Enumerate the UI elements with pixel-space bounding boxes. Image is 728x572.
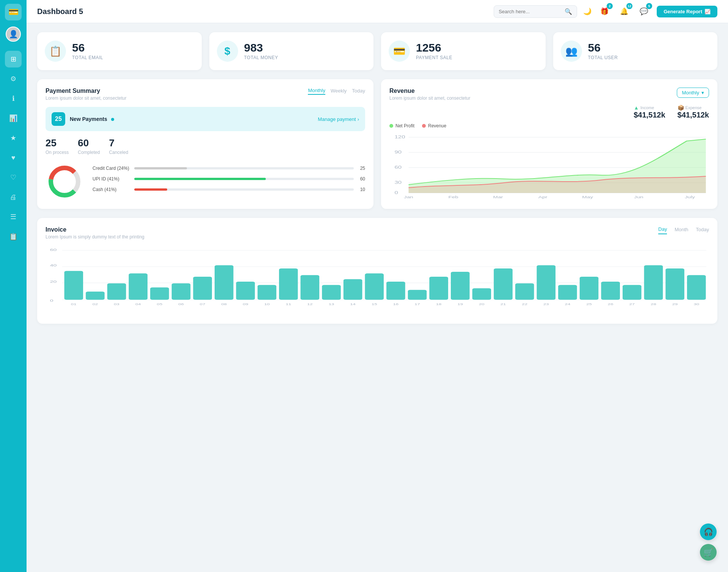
svg-rect-62 [429, 277, 448, 300]
invoice-subtitle: Lorem Ipsum is simply dummy text of the … [46, 234, 144, 240]
revenue-header: Revenue Lorem ipsum dolor sit amet, cons… [389, 88, 709, 101]
svg-text:120: 120 [394, 135, 405, 139]
income-expense-row: ▲Income $41,512k 📦Expense $41,512k [389, 105, 709, 119]
invoice-tabs: Day Month Today [658, 226, 709, 234]
bar-chart-icon: 📈 [704, 9, 711, 14]
search-bar[interactable]: 🔍 [494, 5, 577, 18]
payment-summary-panel: Payment Summary Lorem ipsum dolor sit am… [37, 79, 373, 209]
progress-item-cash: Cash (41%) 10 [93, 187, 365, 192]
generate-report-button[interactable]: Generate Report 📈 [657, 6, 717, 17]
search-icon: 🔍 [565, 8, 572, 15]
sidebar-item-print[interactable]: 🖨 [5, 189, 22, 205]
netprofit-dot [389, 124, 393, 128]
invoice-tab-today[interactable]: Today [696, 227, 709, 234]
cart-fab[interactable]: 🛒 [700, 544, 717, 561]
svg-text:08: 08 [221, 302, 227, 306]
svg-text:25: 25 [586, 302, 592, 306]
income-item: ▲Income $41,512k [634, 105, 665, 119]
avatar[interactable]: 👤 [6, 27, 21, 42]
sidebar-item-heart-solid[interactable]: ♥ [5, 149, 22, 166]
svg-text:18: 18 [436, 302, 442, 306]
email-label: TOTAL EMAIL [72, 55, 103, 60]
svg-text:Apr: Apr [538, 195, 548, 199]
progress-fill-cash [134, 188, 167, 191]
sidebar-item-chart[interactable]: 📊 [5, 110, 22, 127]
revenue-subtitle: Lorem ipsum dolor sit amet, consectetur [389, 96, 470, 101]
support-fab[interactable]: 🎧 [700, 523, 717, 540]
svg-rect-70 [515, 283, 534, 299]
revenue-chart: 120 90 60 30 0 [389, 132, 709, 200]
chat-icon-btn[interactable]: 💬 5 [637, 5, 651, 18]
svg-text:21: 21 [500, 302, 506, 306]
svg-text:13: 13 [329, 302, 334, 306]
page-title: Dashboard 5 [37, 7, 488, 16]
stats-row: 25 On process 60 Completed 7 Canceled [46, 137, 365, 155]
sidebar-item-star[interactable]: ★ [5, 130, 22, 146]
svg-text:19: 19 [457, 302, 463, 306]
sidebar-item-settings[interactable]: ⚙ [5, 71, 22, 87]
tab-monthly[interactable]: Monthly [308, 88, 325, 95]
invoice-bar-chart: 60 40 20 0 01020304050607080910111213141… [46, 247, 709, 315]
svg-text:16: 16 [393, 302, 399, 306]
revenue-dot [422, 124, 426, 128]
invoice-tab-day[interactable]: Day [658, 226, 667, 234]
sidebar-item-heart-outline[interactable]: ♡ [5, 169, 22, 186]
netprofit-label: Net Profit [395, 123, 414, 129]
invoice-title: Invoice [46, 226, 144, 233]
invoice-tab-month[interactable]: Month [675, 227, 688, 234]
tab-weekly[interactable]: Weekly [331, 88, 347, 94]
bell-icon-btn[interactable]: 🔔 12 [617, 5, 631, 18]
stat-onprocess: 25 On process [46, 137, 69, 155]
svg-rect-38 [172, 283, 191, 299]
stat-completed: 60 Completed [78, 137, 100, 155]
progress-item-upi: UPI ID (41%) 60 [93, 176, 365, 182]
svg-rect-36 [150, 287, 169, 300]
payment-summary-title: Payment Summary [46, 88, 126, 94]
legend-row: Net Profit Revenue [389, 123, 709, 129]
payment-label: PAYMENT SALE [416, 55, 452, 60]
svg-rect-64 [451, 272, 470, 300]
expense-icon: 📦 [678, 105, 684, 111]
svg-rect-28 [64, 271, 83, 300]
dark-mode-icon[interactable]: 🌙 [583, 7, 592, 16]
legend-netprofit: Net Profit [389, 123, 414, 129]
svg-rect-86 [687, 275, 706, 300]
svg-rect-66 [472, 288, 491, 299]
sidebar-item-document[interactable]: 📋 [5, 228, 22, 245]
progress-val-cash: 10 [358, 187, 365, 192]
tab-today[interactable]: Today [352, 88, 365, 94]
svg-text:14: 14 [350, 302, 356, 306]
sidebar-logo[interactable]: 💳 [5, 4, 22, 20]
svg-rect-78 [601, 282, 620, 300]
svg-rect-40 [193, 277, 212, 300]
progress-list: Credit Card (24%) 25 UPI ID (41%) 60 [93, 166, 365, 197]
svg-text:29: 29 [672, 302, 678, 306]
header: Dashboard 5 🔍 🌙 🎁 2 🔔 12 💬 5 Generate Re… [27, 0, 728, 23]
revenue-label: Revenue [428, 123, 446, 129]
sidebar-item-dashboard[interactable]: ⊞ [5, 51, 22, 67]
lower-grid: Payment Summary Lorem ipsum dolor sit am… [37, 79, 717, 209]
revenue-monthly-dropdown[interactable]: Monthly ▾ [677, 88, 709, 98]
donut-chart [46, 163, 83, 201]
stat-card-user: 👥 56 TOTAL USER [553, 32, 718, 70]
svg-rect-32 [107, 283, 126, 299]
svg-rect-68 [494, 268, 513, 300]
progress-fill-credit [134, 167, 187, 169]
svg-text:May: May [582, 195, 593, 199]
stat-card-email: 📋 56 TOTAL EMAIL [37, 32, 202, 70]
svg-text:30: 30 [693, 302, 699, 306]
sidebar-item-list[interactable]: ☰ [5, 208, 22, 225]
svg-rect-34 [129, 273, 147, 299]
progress-fill-upi [134, 178, 266, 180]
svg-rect-42 [215, 265, 234, 300]
sidebar-item-info[interactable]: ℹ [5, 90, 22, 107]
money-label: TOTAL MONEY [244, 55, 278, 60]
svg-text:Feb: Feb [449, 195, 458, 199]
revenue-panel: Revenue Lorem ipsum dolor sit amet, cons… [381, 79, 717, 209]
payment-tabs: Monthly Weekly Today [308, 88, 365, 95]
gift-icon-btn[interactable]: 🎁 2 [598, 5, 611, 18]
manage-payment-link[interactable]: Manage payment › [318, 116, 359, 122]
search-input[interactable] [499, 9, 562, 14]
progress-label-upi: UPI ID (41%) [93, 176, 130, 182]
gift-badge: 2 [607, 3, 613, 9]
